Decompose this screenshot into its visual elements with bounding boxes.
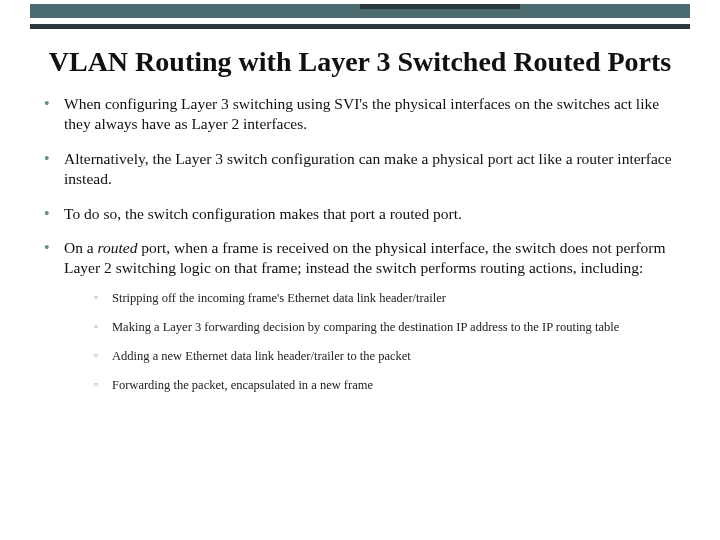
- slide: VLAN Routing with Layer 3 Switched Route…: [0, 0, 720, 540]
- bullet-item: To do so, the switch configuration makes…: [42, 204, 678, 224]
- bullet-text-pre: On a: [64, 239, 98, 256]
- decorative-top-bar: [0, 0, 720, 38]
- accent-underline: [30, 24, 690, 29]
- bullet-item: Alternatively, the Layer 3 switch config…: [42, 149, 678, 189]
- bullet-text-post: port, when a frame is received on the ph…: [64, 239, 666, 276]
- accent-bar-dark: [360, 4, 520, 9]
- bullet-item: On a routed port, when a frame is receiv…: [42, 238, 678, 393]
- sub-bullet-item: Adding a new Ethernet data link header/t…: [94, 348, 678, 364]
- bullet-item: When configuring Layer 3 switching using…: [42, 94, 678, 134]
- sub-bullet-item: Forwarding the packet, encapsulated in a…: [94, 377, 678, 393]
- sub-bullet-item: Stripping off the incoming frame's Ether…: [94, 290, 678, 306]
- slide-title: VLAN Routing with Layer 3 Switched Route…: [40, 46, 680, 78]
- sub-bullet-list: Stripping off the incoming frame's Ether…: [94, 290, 678, 393]
- bullet-list: When configuring Layer 3 switching using…: [42, 94, 678, 393]
- bullet-text-em: routed: [98, 239, 138, 256]
- sub-bullet-item: Making a Layer 3 forwarding decision by …: [94, 319, 678, 335]
